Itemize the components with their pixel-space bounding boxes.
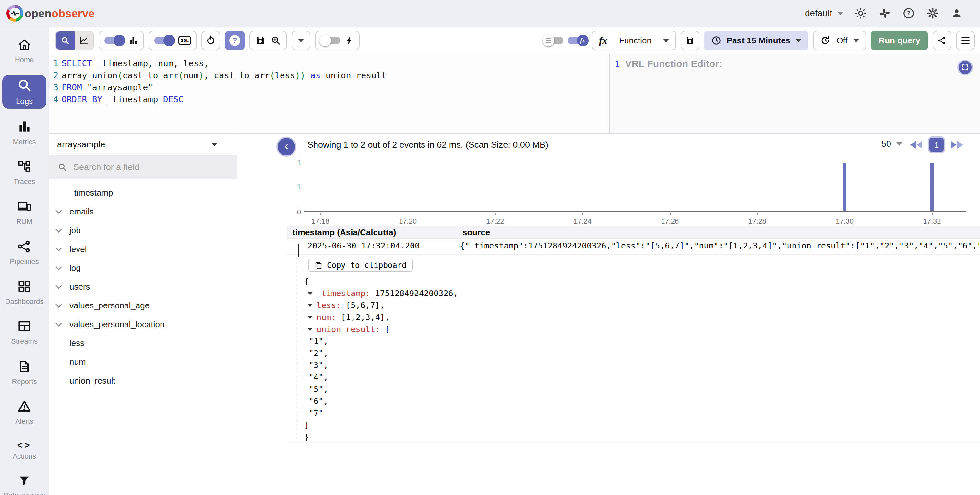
field-item-_timestamp[interactable]: _timestamp — [49, 183, 237, 202]
x-axis-tick-label: 17:18 — [311, 217, 329, 225]
collapse-node-icon[interactable] — [307, 304, 313, 307]
field-item-job[interactable]: job — [49, 221, 237, 240]
settings-gear-icon[interactable] — [926, 7, 939, 20]
stream-select[interactable]: arraysample — [49, 134, 237, 155]
saved-search-list-icon[interactable] — [270, 35, 281, 46]
table-row[interactable]: 2025-06-30 17:32:04.200 {"_timestamp":17… — [287, 239, 980, 255]
json-line[interactable]: num: [1,2,3,4], — [298, 311, 458, 323]
x-axis-tick — [845, 213, 845, 215]
copy-icon — [315, 261, 322, 270]
share-button[interactable] — [933, 31, 951, 50]
field-item-num[interactable]: num — [49, 352, 237, 371]
rows-per-page-select[interactable]: 50 — [880, 138, 904, 152]
refresh-interval-label: Off — [836, 36, 847, 46]
collapse-node-icon[interactable] — [307, 316, 313, 319]
field-item-log[interactable]: log — [49, 259, 237, 277]
sidebar-item-home[interactable]: Home — [2, 35, 46, 67]
refresh-interval-select[interactable]: Off — [813, 31, 866, 50]
histogram-toggle[interactable] — [104, 36, 124, 44]
sidebar-item-label: Actions — [13, 452, 36, 460]
saved-search-dropdown-button[interactable] — [291, 31, 310, 50]
help-icon[interactable]: ? — [902, 7, 915, 20]
sidebar-item-dashboards[interactable]: Dashboards — [2, 277, 46, 308]
chevron-down-icon[interactable] — [56, 320, 62, 327]
run-query-button[interactable]: Run query — [871, 31, 928, 50]
sidebar-item-actions[interactable]: <>Actions — [2, 436, 46, 463]
json-line[interactable]: less: [5,6,7], — [298, 299, 458, 311]
field-name: _timestamp — [69, 188, 113, 198]
first-page-button[interactable] — [910, 141, 922, 149]
json-line: { — [298, 275, 458, 287]
sql-mode-toggle-group: SQL — [148, 31, 197, 50]
sidebar-item-label: Home — [15, 56, 34, 64]
chevron-down-icon[interactable] — [56, 282, 62, 289]
save-function-button[interactable] — [681, 31, 700, 50]
collapse-row-icon[interactable] — [298, 244, 299, 256]
collapse-fields-panel-button[interactable] — [276, 137, 296, 157]
quick-mode-toggle[interactable] — [321, 36, 340, 44]
chevron-down-icon[interactable] — [56, 245, 62, 251]
sidebar-item-traces[interactable]: Traces — [2, 157, 46, 188]
results-table-header: timestamp (Asia/Calcutta) source — [287, 226, 980, 239]
sidebar-item-alerts[interactable]: Alerts — [2, 397, 46, 428]
chevron-down-icon — [795, 39, 801, 43]
sidebar-item-label: RUM — [16, 217, 32, 225]
wrap-lines-toggle[interactable] — [544, 36, 563, 44]
field-item-union_result[interactable]: union_result — [49, 371, 237, 390]
vrl-function-toggle[interactable]: fx — [568, 36, 587, 44]
sql-line: 2array_union(cast_to_arr(num), cast_to_a… — [49, 70, 608, 82]
timestamp-column-header[interactable]: timestamp (Asia/Calcutta) — [293, 227, 396, 238]
sidebar-item-pipelines[interactable]: Pipelines — [2, 237, 46, 268]
field-item-values_personal_location[interactable]: values_personal_location — [49, 315, 237, 334]
field-item-less[interactable]: less — [49, 334, 237, 352]
chevron-down-icon[interactable] — [56, 301, 62, 308]
user-profile-icon[interactable] — [950, 7, 963, 20]
field-name: level — [69, 244, 87, 254]
function-select[interactable]: fx Function — [592, 31, 676, 50]
sidebar-item-rum[interactable]: RUM — [2, 197, 46, 228]
field-item-emails[interactable]: emails — [49, 202, 237, 221]
query-help-button[interactable]: ? — [225, 31, 245, 50]
time-range-select[interactable]: Past 15 Minutes — [704, 31, 809, 50]
collapse-node-icon[interactable] — [307, 328, 313, 331]
field-item-users[interactable]: users — [49, 277, 237, 296]
json-line: ] — [298, 419, 458, 431]
field-item-level[interactable]: level — [49, 240, 237, 259]
sidebar-item-logs[interactable]: Logs — [2, 75, 46, 108]
sidebar-item-data-sources[interactable]: Data sources — [2, 472, 46, 495]
sidebar-item-reports[interactable]: Reports — [2, 357, 46, 388]
line-number: 1 — [49, 58, 58, 70]
chevron-down-icon[interactable] — [56, 207, 62, 214]
source-column-header[interactable]: source — [463, 227, 490, 238]
field-list: _timestampemailsjoblevellogusersvalues_p… — [49, 179, 237, 390]
chevron-down-icon[interactable] — [56, 226, 62, 233]
json-line[interactable]: union_result: [ — [298, 323, 458, 335]
expand-editor-button[interactable] — [957, 60, 973, 75]
sidebar-item-label: Dashboards — [5, 297, 44, 306]
save-search-icon[interactable] — [255, 35, 266, 46]
row-json-view: {_timestamp: 1751284924200326,less: [5,6… — [298, 275, 458, 443]
slack-icon[interactable] — [878, 7, 891, 20]
sql-mode-toggle[interactable] — [154, 36, 174, 44]
menu-button[interactable] — [956, 31, 975, 50]
sidebar-item-metrics[interactable]: Metrics — [2, 117, 46, 148]
vrl-function-editor[interactable]: 1 VRL Function Editor: — [609, 54, 980, 133]
field-item-values_personal_age[interactable]: values_personal_age — [49, 296, 237, 315]
collapse-node-icon[interactable] — [307, 292, 313, 295]
organization-select[interactable]: default — [805, 8, 843, 19]
field-search-input[interactable] — [73, 162, 203, 172]
chevron-down-icon[interactable] — [56, 264, 62, 270]
theme-toggle-icon[interactable] — [854, 7, 867, 20]
current-page-button[interactable]: 1 — [928, 136, 945, 153]
x-axis-tick-label: 17:28 — [748, 217, 766, 225]
sql-query-editor[interactable]: 1SELECT _timestamp, num, less,2array_uni… — [49, 54, 608, 133]
last-page-button[interactable] — [951, 141, 963, 149]
sidebar-item-streams[interactable]: Streams — [2, 316, 46, 348]
search-view-button[interactable] — [56, 32, 75, 49]
reset-filters-button[interactable] — [201, 31, 220, 50]
dashboards-icon — [17, 279, 32, 296]
x-axis-tick-label: 17:20 — [399, 217, 417, 225]
copy-to-clipboard-button[interactable]: Copy to clipboard — [308, 259, 413, 272]
json-line[interactable]: _timestamp: 1751284924200326, — [298, 287, 458, 299]
chart-view-button[interactable] — [75, 32, 93, 49]
